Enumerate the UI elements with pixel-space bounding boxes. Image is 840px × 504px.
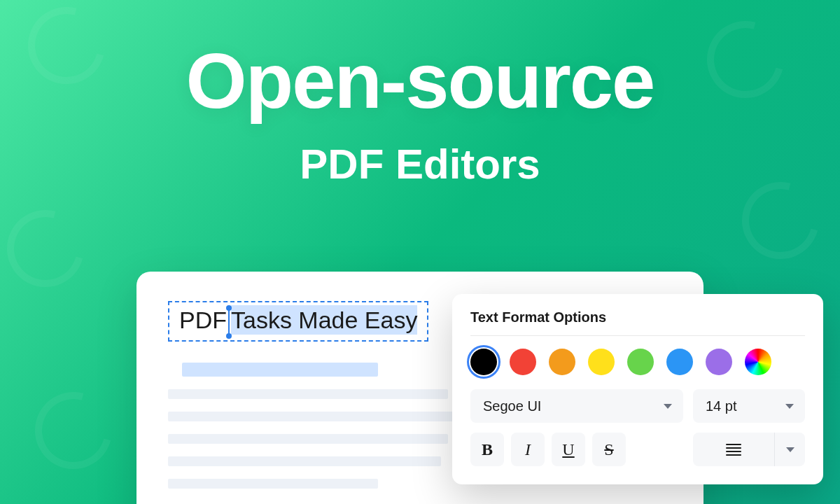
font-family-value: Segoe UI [483,398,541,414]
panel-title: Text Format Options [470,309,805,326]
color-swatch-purple[interactable] [706,349,732,375]
bold-button[interactable]: B [470,433,504,466]
alignment-select[interactable] [693,433,805,466]
font-size-select[interactable]: 14 pt [693,389,805,423]
color-swatch-green[interactable] [627,349,654,375]
font-size-value: 14 pt [706,398,736,414]
editable-text-box[interactable]: PDFTasks Made Easy [168,301,428,342]
chevron-down-icon [785,404,794,409]
text-cursor [228,308,230,336]
color-swatch-red[interactable] [510,349,536,375]
color-swatch-blue[interactable] [666,349,693,375]
align-justify-icon [726,444,741,456]
color-swatch-rainbow[interactable] [745,349,771,375]
color-swatch-black[interactable] [470,349,497,375]
hero-subtitle: PDF Editors [0,140,840,188]
color-swatch-orange[interactable] [549,349,575,375]
text-prefix: PDF [179,307,227,333]
font-family-select[interactable]: Segoe UI [470,389,683,423]
panel-divider [470,335,805,336]
underline-button[interactable]: U [552,433,585,466]
color-swatches [470,349,805,375]
text-selection[interactable]: Tasks Made Easy [231,305,417,335]
chevron-down-icon [786,447,794,452]
color-swatch-yellow[interactable] [588,349,615,375]
text-format-panel: Text Format Options Segoe UI 14 pt B I U… [452,294,823,484]
strikethrough-button[interactable]: S [592,433,626,466]
chevron-down-icon [664,404,672,409]
italic-button[interactable]: I [511,433,545,466]
hero-heading: Open-source PDF Editors [0,0,840,188]
